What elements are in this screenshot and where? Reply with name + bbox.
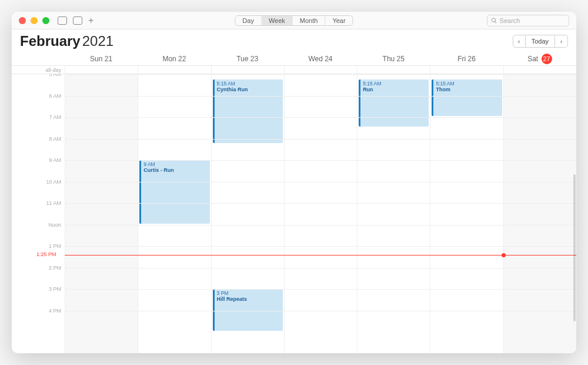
day-header[interactable]: Sun 21 xyxy=(65,55,138,63)
day-columns: 9 AMCurtis - Run5:15 AMCynthia Run3 PMHi… xyxy=(65,74,576,353)
calendar-event[interactable]: 3 PMHill Repeats xyxy=(213,289,283,331)
current-time-line xyxy=(65,255,576,256)
all-day-cell[interactable] xyxy=(138,66,211,74)
hour-label: 9 AM xyxy=(49,157,61,163)
calendars-panel-icon[interactable] xyxy=(58,16,67,25)
hour-label: 1 PM xyxy=(49,243,61,249)
search-input[interactable] xyxy=(500,17,565,24)
hour-label: 2 PM xyxy=(49,265,61,271)
all-day-row: all-day xyxy=(12,66,576,74)
day-header[interactable]: Thu 25 xyxy=(357,55,430,63)
hour-gridline xyxy=(65,225,576,225)
titlebar: + Day Week Month Year xyxy=(12,12,576,29)
view-year-button[interactable]: Year xyxy=(325,16,352,25)
hour-gridline xyxy=(65,139,576,140)
previous-week-button[interactable]: ‹ xyxy=(513,35,526,48)
day-header[interactable]: Fri 26 xyxy=(430,55,503,63)
event-time: 5:15 AM xyxy=(436,81,499,87)
calendar-event[interactable]: 5:15 AMCynthia Run xyxy=(213,79,283,143)
event-title: Hill Repeats xyxy=(217,296,280,302)
hour-label: 6 AM xyxy=(49,93,61,99)
hour-label: 3 PM xyxy=(49,286,61,292)
calendar-event[interactable]: 9 AMCurtis - Run xyxy=(139,160,209,224)
hour-label: 11 AM xyxy=(46,200,61,206)
day-column[interactable]: 5:15 AMRun xyxy=(357,74,430,353)
nav-controls: ‹ Today › xyxy=(513,35,568,48)
hour-gridline xyxy=(65,182,576,182)
day-header[interactable]: Sat 27 xyxy=(503,54,576,64)
all-day-cell[interactable] xyxy=(430,66,503,74)
window-controls xyxy=(19,17,49,24)
hour-gridline xyxy=(65,311,576,311)
hour-label: 8 AM xyxy=(49,136,61,142)
view-day-button[interactable]: Day xyxy=(235,16,262,25)
hour-gridline xyxy=(65,74,576,75)
event-title: Thom xyxy=(436,87,499,92)
view-week-button[interactable]: Week xyxy=(262,16,293,25)
event-title: Curtis - Run xyxy=(143,167,207,173)
view-segmented-control: Day Week Month Year xyxy=(235,15,353,26)
day-header[interactable]: Mon 22 xyxy=(138,55,211,63)
all-day-cell[interactable] xyxy=(65,66,138,74)
day-column[interactable] xyxy=(503,74,576,353)
all-day-cell[interactable] xyxy=(503,66,576,74)
calendar-event[interactable]: 5:15 AMThom xyxy=(432,79,502,116)
minimize-icon[interactable] xyxy=(31,17,38,24)
scrollbar[interactable] xyxy=(573,174,576,321)
day-column[interactable]: 5:15 AMCynthia Run3 PMHill Repeats xyxy=(211,74,284,353)
hour-gridline xyxy=(65,96,576,97)
month-year-title: February2021 xyxy=(20,33,113,49)
event-title: Cynthia Run xyxy=(217,87,280,92)
all-day-cell[interactable] xyxy=(357,66,430,74)
all-day-label: all-day xyxy=(12,66,65,74)
event-time: 5:15 AM xyxy=(217,81,280,87)
hour-label: 7 AM xyxy=(49,114,61,120)
add-event-button[interactable]: + xyxy=(88,16,93,25)
calendar-window: + Day Week Month Year February2021 ‹ Tod… xyxy=(12,12,576,353)
hour-label: 4 PM xyxy=(49,308,61,314)
close-icon[interactable] xyxy=(19,17,26,24)
event-time: 5:15 AM xyxy=(363,81,426,87)
hour-label: Noon xyxy=(48,222,61,228)
time-gutter: 5 AM6 AM7 AM8 AM9 AM10 AM11 AMNoon1 PM2 … xyxy=(12,74,65,353)
header: February2021 ‹ Today › xyxy=(12,29,576,52)
all-day-cell[interactable] xyxy=(211,66,284,74)
all-day-cell[interactable] xyxy=(284,66,357,74)
hour-label: 5 AM xyxy=(49,74,61,77)
day-column[interactable] xyxy=(284,74,357,353)
hour-gridline xyxy=(65,203,576,204)
hour-gridline xyxy=(65,246,576,247)
year-label: 2021 xyxy=(82,33,113,49)
day-header[interactable]: Tue 23 xyxy=(211,55,284,63)
hour-label: 10 AM xyxy=(46,179,61,185)
day-headers-row: Sun 21Mon 22Tue 23Wed 24Thu 25Fri 26Sat … xyxy=(12,52,576,66)
hour-gridline xyxy=(65,289,576,290)
sidebar-toggles xyxy=(58,16,82,25)
day-header[interactable]: Wed 24 xyxy=(284,55,357,63)
search-icon xyxy=(491,17,497,24)
current-time-label: 1:25 PM xyxy=(36,251,56,257)
day-column[interactable] xyxy=(65,74,138,353)
inbox-icon[interactable] xyxy=(73,16,82,25)
today-badge: 27 xyxy=(542,54,552,64)
fullscreen-icon[interactable] xyxy=(42,17,49,24)
hour-gridline xyxy=(65,268,576,268)
event-title: Run xyxy=(363,87,426,92)
search-field[interactable] xyxy=(487,15,569,26)
hour-gridline xyxy=(65,160,576,161)
event-time: 3 PM xyxy=(217,290,280,296)
current-time-dot xyxy=(502,253,506,257)
day-column[interactable]: 9 AMCurtis - Run xyxy=(138,74,211,353)
next-week-button[interactable]: › xyxy=(555,35,568,48)
month-label: February xyxy=(20,33,81,49)
hour-gridline xyxy=(65,117,576,118)
day-column[interactable]: 5:15 AMThom xyxy=(430,74,503,353)
event-time: 9 AM xyxy=(143,161,207,167)
today-button[interactable]: Today xyxy=(526,35,555,48)
view-month-button[interactable]: Month xyxy=(293,16,326,25)
calendar-grid: 5 AM6 AM7 AM8 AM9 AM10 AM11 AMNoon1 PM2 … xyxy=(12,74,576,353)
calendar-event[interactable]: 5:15 AMRun xyxy=(359,79,429,127)
